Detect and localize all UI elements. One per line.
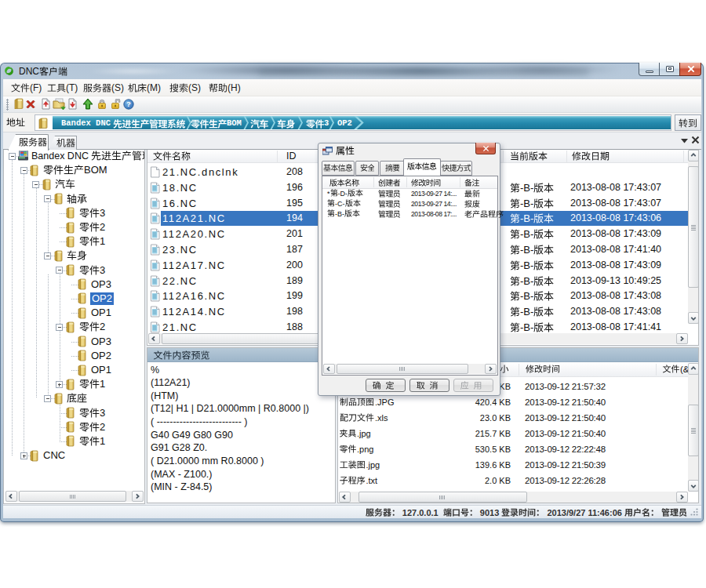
svg-text:?: ? bbox=[126, 100, 131, 108]
